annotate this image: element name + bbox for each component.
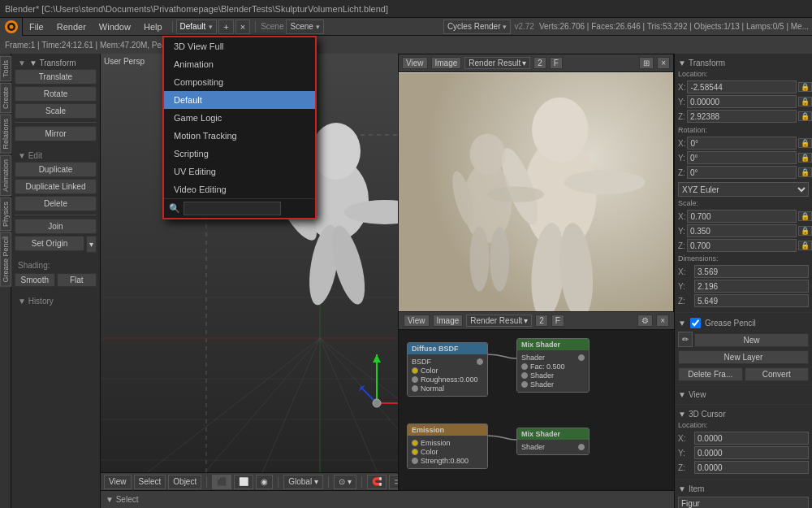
tab-physics[interactable]: Physics xyxy=(0,198,11,231)
workspace-gamelogic[interactable]: Game Logic xyxy=(164,109,315,127)
scale-z-input[interactable] xyxy=(687,239,797,252)
global-btn[interactable]: Global ▾ xyxy=(283,475,323,489)
menu-file[interactable]: File xyxy=(23,20,50,33)
scale-x-input[interactable] xyxy=(687,210,797,223)
workspace-scripting[interactable]: Scripting xyxy=(164,145,315,163)
rot-x-lock[interactable]: 🔒 xyxy=(798,138,812,148)
rp-result-selector[interactable]: Render Result ▾ xyxy=(464,57,530,69)
workspace-close-btn[interactable]: × xyxy=(235,20,250,34)
rp-close-btn[interactable]: × xyxy=(657,57,670,69)
rotate-btn[interactable]: Rotate xyxy=(15,86,97,102)
loc-x-input[interactable] xyxy=(687,80,797,93)
cursor-section-title[interactable]: ▼ 3D Cursor xyxy=(678,408,809,420)
menu-window[interactable]: Window xyxy=(93,20,137,33)
workspace-default[interactable]: Default xyxy=(164,91,315,109)
convert-btn[interactable]: Convert xyxy=(745,367,810,381)
grease-pencil-title[interactable]: ▼ Grease Pencil xyxy=(678,316,809,330)
rot-y-input[interactable] xyxy=(687,151,797,164)
tab-create[interactable]: Create xyxy=(0,83,11,113)
pivot-btn[interactable]: ⊙ ▾ xyxy=(334,475,356,489)
duplicate-btn[interactable]: Duplicate xyxy=(15,162,97,177)
renderer-selector[interactable]: Cycles Render ▾ xyxy=(443,20,512,34)
workspace-3dviewfull[interactable]: 3D View Full xyxy=(164,37,315,55)
scale-x-lock[interactable]: 🔒 xyxy=(798,211,812,221)
scale-z-lock[interactable]: 🔒 xyxy=(798,241,812,250)
rot-z-lock[interactable]: 🔒 xyxy=(798,167,812,177)
scale-btn[interactable]: Scale xyxy=(15,103,97,119)
mix-shader-node-2[interactable]: Mix Shader Shader xyxy=(516,428,590,455)
cursor-x-input[interactable] xyxy=(694,432,809,445)
mix-shader-node-1[interactable]: Mix Shader Shader Fac: 0.500 Shader Shad… xyxy=(516,338,590,393)
node-image-btn[interactable]: Image xyxy=(433,315,464,327)
flat-btn[interactable]: Flat xyxy=(57,273,97,287)
select-menu-btn[interactable]: Select xyxy=(134,475,166,489)
new-layer-btn[interactable]: New Layer xyxy=(678,350,809,364)
rp-settings-btn[interactable]: ⊞ xyxy=(639,57,654,69)
set-origin-dropdown[interactable]: ▾ xyxy=(86,236,97,253)
dim-z-input[interactable] xyxy=(694,294,809,307)
workspace-selector[interactable]: Default ▾ xyxy=(176,20,218,34)
grease-pencil-new-btn[interactable]: New xyxy=(694,333,809,347)
object-menu-btn[interactable]: Object xyxy=(168,475,201,489)
snap-btn[interactable]: 🧲 xyxy=(367,475,387,489)
delete-frame-btn[interactable]: Delete Fra... xyxy=(678,367,743,381)
workspace-animation[interactable]: Animation xyxy=(164,55,315,73)
workspace-uvediting[interactable]: UV Editing xyxy=(164,163,315,180)
diffuse-bsdf-node[interactable]: Diffuse BSDF BSDF Color Roughness:0.000 … xyxy=(407,342,488,397)
delete-btn[interactable]: Delete xyxy=(15,196,97,211)
loc-x-lock[interactable]: 🔒 xyxy=(798,82,812,92)
node-view-btn[interactable]: View xyxy=(404,315,430,327)
grease-pencil-edit-btn[interactable]: ✏ xyxy=(678,332,693,347)
translate-btn[interactable]: Translate xyxy=(15,69,97,85)
rot-x-input[interactable] xyxy=(687,137,797,150)
rp-view-btn[interactable]: View xyxy=(402,57,428,69)
loc-z-lock[interactable]: 🔒 xyxy=(798,111,812,121)
rotation-mode-select[interactable]: XYZ Euler xyxy=(678,182,809,197)
workspace-compositing[interactable]: Compositing xyxy=(164,73,315,91)
slot-btn[interactable]: 2 xyxy=(535,315,548,327)
mirror-btn[interactable]: Mirror xyxy=(15,126,97,141)
workspace-add-btn[interactable]: + xyxy=(218,20,233,34)
item-section-title[interactable]: ▼ Item xyxy=(678,483,809,495)
dim-y-input[interactable] xyxy=(694,280,809,293)
scale-y-lock[interactable]: 🔒 xyxy=(798,226,812,236)
f-btn[interactable]: F xyxy=(551,315,564,327)
menu-help[interactable]: Help xyxy=(137,20,169,33)
tab-tools[interactable]: Tools xyxy=(0,56,11,81)
workspace-videoediting[interactable]: Video Editing xyxy=(164,180,315,198)
workspace-search-input[interactable] xyxy=(184,202,281,215)
rot-z-input[interactable] xyxy=(687,166,797,179)
smooth-btn[interactable]: Smooth xyxy=(15,273,55,287)
tab-relations[interactable]: Relations xyxy=(0,115,11,154)
loc-y-input[interactable] xyxy=(687,95,797,108)
node-settings-btn[interactable]: ⚙ xyxy=(637,315,653,327)
wire-view-btn[interactable]: ⬜ xyxy=(234,475,253,489)
render-result-selector[interactable]: Render Result ▾ xyxy=(466,315,532,327)
node-close-btn[interactable]: × xyxy=(656,315,669,327)
tab-animation[interactable]: Animation xyxy=(0,155,11,196)
cursor-z-input[interactable] xyxy=(694,461,809,474)
grease-pencil-checkbox[interactable] xyxy=(690,318,701,328)
scene-selector[interactable]: Scene ▾ xyxy=(286,20,323,34)
scale-y-input[interactable] xyxy=(687,224,797,237)
tab-grease-pencil-tab[interactable]: Grease Pencil xyxy=(0,232,11,287)
node-canvas[interactable]: Diffuse BSDF BSDF Color Roughness:0.000 … xyxy=(399,330,674,490)
duplicate-linked-btn[interactable]: Duplicate Linked xyxy=(15,179,97,194)
emission-node[interactable]: Emission Emission Color Strength:0.800 xyxy=(407,423,488,469)
dim-x-input[interactable] xyxy=(694,265,809,278)
solid-view-btn[interactable]: ⬛ xyxy=(212,475,231,489)
join-btn[interactable]: Join xyxy=(15,219,97,234)
transform-prop-title[interactable]: ▼ Transform xyxy=(678,57,809,69)
render-view-btn[interactable]: ◉ xyxy=(256,475,273,489)
cursor-y-input[interactable] xyxy=(694,446,809,459)
view-menu-btn[interactable]: View xyxy=(104,475,132,489)
rp-slot-btn[interactable]: 2 xyxy=(533,57,546,69)
rp-f-btn[interactable]: F xyxy=(550,57,563,69)
menu-render[interactable]: Render xyxy=(50,20,93,33)
view-section-title[interactable]: ▼ View xyxy=(678,389,809,401)
loc-y-lock[interactable]: 🔒 xyxy=(798,97,812,106)
rot-y-lock[interactable]: 🔒 xyxy=(798,153,812,163)
loc-z-input[interactable] xyxy=(687,110,797,123)
rp-image-btn[interactable]: Image xyxy=(431,57,462,69)
set-origin-btn[interactable]: Set Origin xyxy=(15,236,84,251)
